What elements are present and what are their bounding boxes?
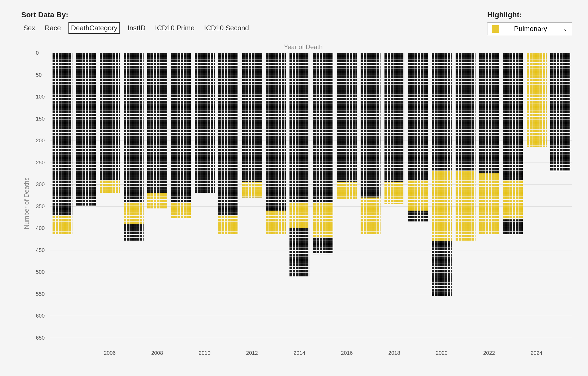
bar-group-2010 (193, 53, 216, 347)
svg-rect-77 (503, 180, 523, 220)
bar-2012 (242, 53, 262, 198)
y-tick-400: 400 (36, 225, 45, 231)
y-tick-350: 350 (36, 203, 45, 209)
svg-rect-14 (123, 202, 144, 224)
svg-rect-21 (171, 53, 191, 219)
bar-2009 (171, 53, 191, 219)
svg-rect-33 (242, 182, 262, 198)
bar-2005 (76, 53, 96, 206)
sort-buttons: Sex Race DeathCategory InstID ICD10 Prim… (21, 22, 487, 34)
bar-group-2011 (217, 53, 240, 347)
x-tick-2024: 2024 (531, 350, 543, 356)
bar-group-2012 (240, 53, 264, 347)
bar-group-2014 (288, 53, 311, 347)
bar-2011 (218, 53, 238, 235)
bar-group-2009 (169, 53, 193, 347)
x-tick-2020: 2020 (436, 350, 448, 356)
sort-label: Sort Data By: (21, 11, 487, 19)
y-tick-100: 100 (36, 94, 45, 100)
bars-container (50, 53, 572, 347)
chart-inner: Year of Death 05010015020025030035040045… (34, 43, 572, 364)
x-ticks: 2006200820102012201420162018202020222024 (50, 347, 572, 357)
svg-rect-45 (313, 202, 333, 237)
bar-group-2023 (501, 53, 525, 347)
svg-rect-32 (242, 53, 262, 198)
y-axis-label: Number of Deaths (21, 43, 32, 364)
y-tick-250: 250 (36, 159, 45, 165)
y-tick-450: 450 (36, 247, 45, 253)
highlight-value: Pulmonary (514, 25, 547, 33)
highlight-dropdown[interactable]: Pulmonary ⌄ (487, 22, 572, 35)
bar-group-2015 (311, 53, 335, 347)
sort-death-category[interactable]: DeathCategory (68, 22, 120, 34)
svg-rect-36 (266, 53, 286, 235)
svg-rect-22 (171, 202, 191, 219)
svg-rect-53 (360, 198, 381, 235)
svg-rect-84 (550, 53, 570, 171)
bar-group-2025 (548, 53, 572, 347)
svg-rect-2 (52, 53, 72, 235)
top-bar: Sort Data By: Sex Race DeathCategory Ins… (21, 11, 572, 35)
bar-group-2018 (382, 53, 406, 347)
svg-rect-73 (479, 173, 499, 235)
bar-2025 (550, 53, 570, 171)
bar-2007 (123, 53, 144, 241)
sort-inst-id[interactable]: InstID (125, 23, 148, 33)
svg-rect-3 (52, 215, 72, 235)
svg-rect-6 (76, 53, 96, 206)
bar-group-2024 (525, 53, 548, 347)
bar-group-2022 (477, 53, 501, 347)
bar-2015 (313, 53, 333, 254)
sort-section: Sort Data By: Sex Race DeathCategory Ins… (21, 11, 487, 34)
sort-race[interactable]: Race (43, 23, 63, 33)
x-tick-2014: 2014 (293, 350, 305, 356)
svg-rect-56 (384, 53, 404, 204)
svg-rect-10 (100, 180, 120, 193)
sort-sex[interactable]: Sex (21, 23, 37, 33)
svg-rect-9 (100, 53, 120, 193)
y-tick-0: 0 (36, 50, 39, 56)
bar-group-2006 (98, 53, 122, 347)
bar-group-2013 (264, 53, 287, 347)
bar-2013 (266, 53, 286, 235)
bar-group-2004 (50, 53, 74, 347)
highlight-label: Highlight: (487, 11, 522, 19)
svg-rect-57 (384, 182, 404, 204)
bar-2022 (479, 53, 499, 235)
svg-rect-65 (431, 171, 452, 241)
y-tick-150: 150 (36, 116, 45, 122)
x-axis-title: Year of Death (34, 43, 572, 51)
bar-group-2021 (453, 53, 477, 347)
chart-area: Number of Deaths Year of Death 050100150… (21, 43, 572, 364)
svg-rect-69 (455, 171, 475, 241)
sort-icd10-prime[interactable]: ICD10 Prime (153, 23, 197, 33)
highlight-color-swatch (492, 25, 499, 33)
bar-2010 (194, 53, 215, 193)
x-tick-2016: 2016 (341, 350, 353, 356)
svg-rect-29 (218, 215, 238, 235)
sort-icd10-second[interactable]: ICD10 Second (202, 23, 251, 33)
bar-group-2016 (335, 53, 358, 347)
y-tick-200: 200 (36, 138, 45, 144)
bar-group-2007 (122, 53, 145, 347)
highlight-section: Highlight: Pulmonary ⌄ (487, 11, 572, 35)
bar-2016 (337, 53, 357, 200)
x-tick-2012: 2012 (246, 350, 258, 356)
bar-2023 (503, 53, 523, 235)
svg-rect-49 (337, 182, 357, 200)
bar-2019 (408, 53, 428, 222)
y-tick-650: 650 (36, 335, 45, 341)
y-tick-300: 300 (36, 181, 45, 187)
svg-rect-17 (147, 53, 167, 208)
svg-rect-41 (289, 202, 309, 228)
bar-group-2008 (145, 53, 169, 347)
x-tick-2022: 2022 (483, 350, 495, 356)
bar-group-2005 (74, 53, 98, 347)
y-tick-550: 550 (36, 291, 45, 297)
svg-rect-48 (337, 53, 357, 200)
page-container: Sort Data By: Sex Race DeathCategory Ins… (0, 0, 588, 376)
x-tick-2010: 2010 (199, 350, 211, 356)
plot-area: 0501001502002503003504004505005506006502… (34, 53, 572, 357)
bar-group-2017 (359, 53, 382, 347)
bar-2020 (431, 53, 452, 296)
